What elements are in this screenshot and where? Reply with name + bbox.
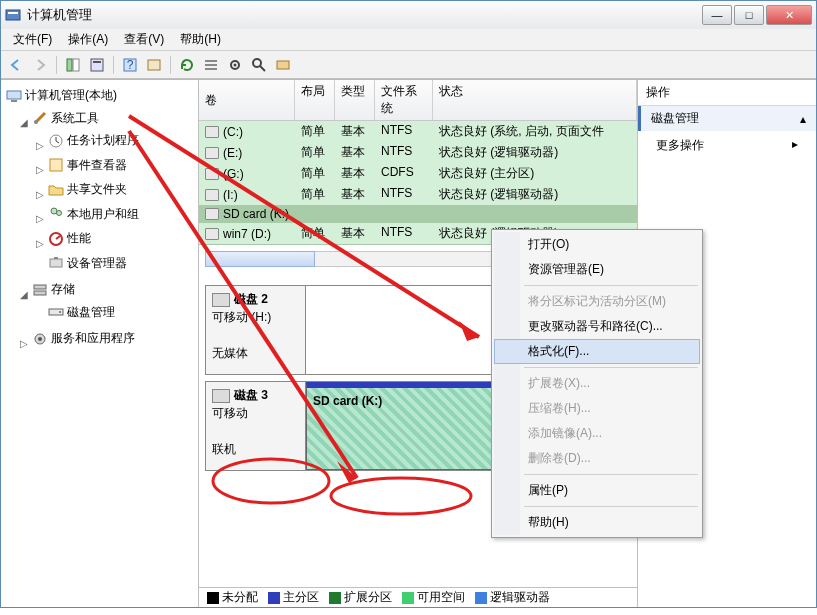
nav-fwd-button[interactable]: [29, 54, 51, 76]
help-button[interactable]: ?: [119, 54, 141, 76]
expander-icon[interactable]: ▷: [35, 213, 45, 224]
tree-storage[interactable]: 存储: [29, 280, 78, 299]
volume-list-header[interactable]: 卷 布局 类型 文件系统 状态: [199, 80, 637, 121]
tree-pane[interactable]: 计算机管理(本地) ◢系统工具 ▷任务计划程序 ▷事件查看器 ▷共享文件夹 ▷本…: [1, 80, 199, 607]
tree-device-manager[interactable]: 设备管理器: [45, 254, 130, 273]
disk-line: 可移动: [212, 404, 299, 422]
col-status[interactable]: 状态: [433, 80, 637, 120]
ctx-format[interactable]: 格式化(F)...: [494, 339, 700, 364]
tree-system-tools[interactable]: 系统工具: [29, 109, 102, 128]
menu-operate[interactable]: 操作(A): [60, 29, 116, 50]
ctx-delete: 删除卷(D)...: [494, 446, 700, 471]
window-frame: 计算机管理 — □ ✕ 文件(F) 操作(A) 查看(V) 帮助(H) ?: [0, 0, 817, 608]
tree-services[interactable]: 服务和应用程序: [29, 329, 138, 348]
window-title: 计算机管理: [27, 6, 702, 24]
expander-icon[interactable]: ▷: [35, 238, 45, 249]
toolbar-icon-b[interactable]: [272, 54, 294, 76]
vol-fs: [375, 206, 433, 222]
scrollbar-thumb[interactable]: [205, 251, 315, 267]
ctx-properties[interactable]: 属性(P): [494, 478, 700, 503]
expander-icon[interactable]: ▷: [35, 189, 45, 200]
expander-icon[interactable]: ◢: [19, 289, 29, 300]
toolbar-icon-a[interactable]: [143, 54, 165, 76]
svg-rect-26: [54, 257, 58, 259]
toolbar-icon-settings[interactable]: [224, 54, 246, 76]
tree-root[interactable]: 计算机管理(本地): [3, 86, 120, 105]
tree-root-label: 计算机管理(本地): [25, 87, 117, 104]
expander-icon[interactable]: ▷: [35, 140, 45, 151]
svg-point-14: [253, 59, 261, 67]
menu-view[interactable]: 查看(V): [116, 29, 172, 50]
col-type[interactable]: 类型: [335, 80, 375, 120]
volume-row[interactable]: (G:)简单基本CDFS状态良好 (主分区): [199, 163, 637, 184]
col-volume[interactable]: 卷: [199, 80, 295, 120]
vol-status: 状态良好 (逻辑驱动器): [433, 143, 637, 162]
actions-diskmgmt-section[interactable]: 磁盘管理 ▴: [638, 106, 816, 131]
app-icon: [5, 7, 21, 23]
col-layout[interactable]: 布局: [295, 80, 335, 120]
menu-file[interactable]: 文件(F): [5, 29, 60, 50]
minimize-button[interactable]: —: [702, 5, 732, 25]
vol-fs: NTFS: [375, 224, 433, 243]
swatch-logical: [475, 592, 487, 604]
tree-disk-management[interactable]: 磁盘管理: [45, 303, 118, 322]
tree-label: 性能: [67, 230, 91, 247]
nav-back-button[interactable]: [5, 54, 27, 76]
tree-label: 系统工具: [51, 110, 99, 127]
drive-icon: [205, 147, 219, 159]
volume-row[interactable]: (C:)简单基本NTFS状态良好 (系统, 启动, 页面文件: [199, 121, 637, 142]
disk-line: 无媒体: [212, 344, 299, 362]
col-fs[interactable]: 文件系统: [375, 80, 433, 120]
title-bar[interactable]: 计算机管理 — □ ✕: [1, 1, 816, 29]
tree-event-viewer[interactable]: 事件查看器: [45, 156, 130, 175]
svg-rect-2: [67, 59, 72, 71]
folder-icon: [48, 182, 64, 198]
drive-icon: [205, 228, 219, 240]
expander-icon[interactable]: ▷: [35, 164, 45, 175]
expander-icon[interactable]: ◢: [19, 117, 29, 128]
tree-label: 本地用户和组: [67, 206, 139, 223]
tree-performance[interactable]: 性能: [45, 229, 94, 248]
vol-layout: [295, 206, 335, 222]
vol-type: [335, 206, 375, 222]
svg-point-23: [57, 211, 62, 216]
svg-rect-18: [11, 100, 17, 102]
toolbar: ?: [1, 51, 816, 79]
ctx-change-path[interactable]: 更改驱动器号和路径(C)...: [494, 314, 700, 339]
menu-help[interactable]: 帮助(H): [172, 29, 229, 50]
toolbar-icon-list[interactable]: [200, 54, 222, 76]
actions-more[interactable]: 更多操作 ▸: [638, 131, 816, 160]
expander-icon[interactable]: ▷: [19, 338, 29, 349]
toolbar-icon-find[interactable]: [248, 54, 270, 76]
legend-bar: 未分配 主分区 扩展分区 可用空间 逻辑驱动器: [199, 587, 637, 607]
tree-label: 共享文件夹: [67, 181, 127, 198]
ctx-explorer[interactable]: 资源管理器(E): [494, 257, 700, 282]
tree-local-users[interactable]: 本地用户和组: [45, 205, 142, 224]
ctx-mark-active: 将分区标记为活动分区(M): [494, 289, 700, 314]
menu-bar: 文件(F) 操作(A) 查看(V) 帮助(H): [1, 29, 816, 51]
volume-row[interactable]: SD card (K:): [199, 205, 637, 223]
maximize-button[interactable]: □: [734, 5, 764, 25]
show-hide-tree-button[interactable]: [62, 54, 84, 76]
chevron-right-icon: ▸: [792, 137, 798, 154]
legend-label: 逻辑驱动器: [490, 589, 550, 606]
ctx-help[interactable]: 帮助(H): [494, 510, 700, 535]
properties-button[interactable]: [86, 54, 108, 76]
refresh-button[interactable]: [176, 54, 198, 76]
vol-fs: CDFS: [375, 164, 433, 183]
svg-rect-11: [205, 68, 217, 70]
volume-list[interactable]: 卷 布局 类型 文件系统 状态 (C:)简单基本NTFS状态良好 (系统, 启动…: [199, 80, 637, 245]
vol-layout: 简单: [295, 122, 335, 141]
vol-type: 基本: [335, 224, 375, 243]
tools-icon: [32, 110, 48, 126]
volume-row[interactable]: (E:)简单基本NTFS状态良好 (逻辑驱动器): [199, 142, 637, 163]
tree-shared-folders[interactable]: 共享文件夹: [45, 180, 130, 199]
svg-rect-17: [7, 91, 21, 99]
collapse-icon[interactable]: ▴: [800, 112, 806, 126]
close-button[interactable]: ✕: [766, 5, 812, 25]
tree-task-scheduler[interactable]: 任务计划程序: [45, 131, 142, 150]
ctx-open[interactable]: 打开(O): [494, 232, 700, 257]
vol-fs: NTFS: [375, 122, 433, 141]
storage-icon: [32, 282, 48, 298]
volume-row[interactable]: (I:)简单基本NTFS状态良好 (逻辑驱动器): [199, 184, 637, 205]
